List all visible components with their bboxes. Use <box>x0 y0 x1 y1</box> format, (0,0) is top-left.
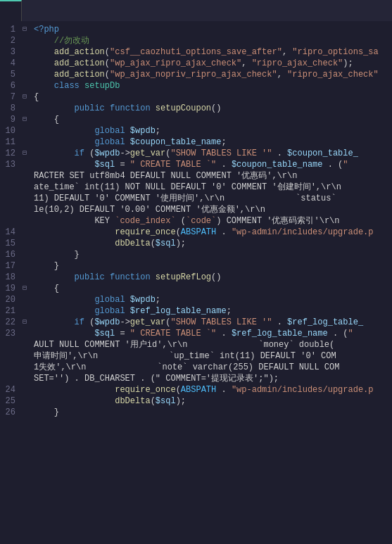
fold-indicators: ⊟⊟⊟⊟⊟⊟⊟⊟⊟⊟⊟⊟⊟⊟⊟⊟⊟⊟⊟⊟⊟⊟⊟⊟⊟⊟⊟⊟⊟⊟⊟⊟⊟⊟⊟ <box>21 21 31 544</box>
line-number: 26 <box>4 407 15 418</box>
line-number: 12 <box>4 148 15 159</box>
line-number <box>4 373 15 384</box>
code-line: { <box>31 283 392 294</box>
line-numbers: 12345678910111213 14151617181920212223 2… <box>0 21 21 544</box>
line-number: 10 <box>4 125 15 137</box>
code-container: 12345678910111213 14151617181920212223 2… <box>0 21 392 544</box>
code-line: <?php <box>31 24 392 35</box>
line-number: 4 <box>4 58 15 69</box>
code-line: add_action("wp_ajax_nopriv_ripro_ajax_ch… <box>31 69 392 80</box>
line-number: 3 <box>4 46 15 58</box>
code-line: $sql = " CREATE TABLE `" . $coupon_table… <box>31 159 392 170</box>
tab-core-class[interactable] <box>0 0 22 21</box>
code-line: 1失效',\r\n `note` varchar(255) DEFAULT NU… <box>31 362 392 373</box>
code-line: global $wpdb; <box>31 125 392 137</box>
line-number: 6 <box>4 80 15 91</box>
line-number: 25 <box>4 396 15 407</box>
line-number: 16 <box>4 249 15 260</box>
code-line: 11) DEFAULT '0' COMMENT '使用时间',\r\n `sta… <box>31 193 392 204</box>
line-number <box>4 215 15 227</box>
code-line: global $wpdb; <box>31 294 392 305</box>
line-number: 23 <box>4 328 15 339</box>
code-line: global $coupon_table_name; <box>31 137 392 148</box>
line-number <box>4 170 15 182</box>
code-line: dbDelta($sql); <box>31 238 392 249</box>
code-line: require_once(ABSPATH . "wp-admin/include… <box>31 384 392 396</box>
code-line: global $ref_log_table_name; <box>31 305 392 317</box>
code-line: public function setupRefLog() <box>31 272 392 283</box>
code-line: class setupDb <box>31 80 392 91</box>
line-number: 13 <box>4 159 15 170</box>
code-line: ate_time` int(11) NOT NULL DEFAULT '0' C… <box>31 182 392 193</box>
line-number: 15 <box>4 238 15 249</box>
line-number: 7 <box>4 91 15 103</box>
line-number: 18 <box>4 272 15 283</box>
line-number: 17 <box>4 260 15 272</box>
code-lines: <?php //勿改动 add_action("csf__caozhuti_op… <box>31 21 392 544</box>
line-number: 24 <box>4 384 15 396</box>
code-line: } <box>31 260 392 272</box>
line-number: 21 <box>4 305 15 317</box>
code-line: if ($wpdb->get_var("SHOW TABLES LIKE '" … <box>31 148 392 159</box>
line-number: 20 <box>4 294 15 305</box>
code-line: $sql = " CREATE TABLE `" . $ref_log_tabl… <box>31 328 392 339</box>
line-number: 9 <box>4 114 15 125</box>
code-line: KEY `code_index` (`code`) COMMENT '优惠码索引… <box>31 215 392 227</box>
line-number: 14 <box>4 227 15 238</box>
code-line: { <box>31 114 392 125</box>
line-number <box>4 193 15 204</box>
code-line: AULT NULL COMMENT '用户id',\r\n `money` do… <box>31 339 392 350</box>
line-number: 22 <box>4 317 15 328</box>
fold-icon[interactable]: ⊟ <box>23 148 30 159</box>
fold-icon[interactable]: ⊟ <box>23 317 30 328</box>
fold-icon[interactable]: ⊟ <box>23 114 30 125</box>
line-number: 8 <box>4 103 15 114</box>
line-number: 11 <box>4 137 15 148</box>
line-number <box>4 339 15 350</box>
code-line: le(10,2) DEFAULT '0.00' COMMENT '优惠金额',\… <box>31 204 392 215</box>
code-line: require_once(ABSPATH . "wp-admin/include… <box>31 227 392 238</box>
code-line: add_action("csf__caozhuti_options_save_a… <box>31 46 392 58</box>
code-line: //勿改动 <box>31 35 392 46</box>
code-line: RACTER SET utf8mb4 DEFAULT NULL COMMENT … <box>31 170 392 182</box>
code-line: 申请时间',\r\n `up_time` int(11) DEFAULT '0'… <box>31 350 392 362</box>
fold-icon[interactable]: ⊟ <box>23 283 30 294</box>
fold-icon[interactable]: ⊟ <box>23 91 30 103</box>
code-line: } <box>31 407 392 418</box>
line-number <box>4 182 15 193</box>
code-line: { <box>31 91 392 103</box>
code-line: dbDelta($sql); <box>31 396 392 407</box>
code-line: add_action("wp_ajax_ripro_ajax_check", "… <box>31 58 392 69</box>
line-number <box>4 204 15 215</box>
code-line: SET='') . DB_CHARSET . (" COMMENT='提现记录表… <box>31 373 392 384</box>
line-number: 1 <box>4 24 15 35</box>
code-line: public function setupCoupon() <box>31 103 392 114</box>
fold-icon[interactable]: ⊟ <box>23 24 30 35</box>
code-line: } <box>31 249 392 260</box>
tab-bar <box>0 0 392 21</box>
line-number <box>4 362 15 373</box>
code-line: if ($wpdb->get_var("SHOW TABLES LIKE '" … <box>31 317 392 328</box>
line-number: 19 <box>4 283 15 294</box>
line-number <box>4 350 15 362</box>
line-number: 2 <box>4 35 15 46</box>
line-number: 5 <box>4 69 15 80</box>
